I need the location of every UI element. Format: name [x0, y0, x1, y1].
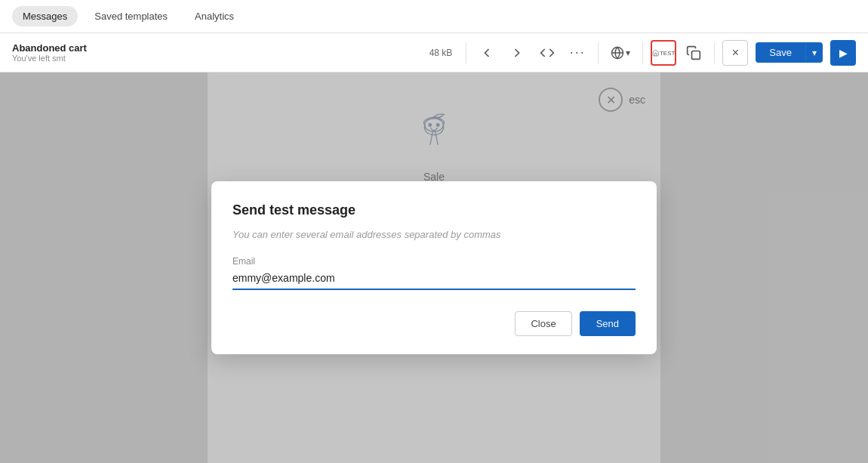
code-button[interactable]	[534, 40, 560, 66]
tab-saved-templates[interactable]: Saved templates	[84, 6, 178, 26]
toolbar-title-area: Abandoned cart You've left smt	[12, 42, 87, 63]
language-chevron: ▾	[626, 48, 630, 58]
file-size: 48 kB	[429, 48, 453, 58]
forward-button[interactable]	[504, 40, 530, 66]
modal-actions: Close Send	[232, 311, 636, 336]
modal-hint: You can enter several email addresses se…	[232, 229, 636, 240]
toolbar-divider-3	[642, 42, 643, 63]
modal-title: Send test message	[232, 202, 636, 218]
discard-button[interactable]: ×	[722, 40, 748, 66]
toolbar-divider-4	[714, 42, 715, 63]
copy-button[interactable]	[681, 40, 706, 66]
campaign-subtitle: You've left smt	[12, 54, 87, 63]
close-icon: ×	[732, 46, 739, 60]
play-button[interactable]: ▶	[830, 40, 856, 66]
chevron-down-icon: ▾	[812, 48, 817, 58]
tab-analytics[interactable]: Analytics	[184, 6, 245, 26]
modal-overlay: Send test message You can enter several …	[0, 73, 868, 463]
back-button[interactable]	[474, 40, 500, 66]
test-button[interactable]: TEST	[651, 40, 676, 66]
modal-close-button[interactable]: Close	[515, 311, 571, 336]
toolbar: Abandoned cart You've left smt 48 kB ···…	[0, 33, 868, 73]
play-icon: ▶	[839, 47, 848, 59]
send-test-modal: Send test message You can enter several …	[211, 181, 657, 354]
tab-messages[interactable]: Messages	[12, 6, 78, 26]
top-nav: Messages Saved templates Analytics	[0, 0, 868, 33]
main-area: ✕ esc Sale hind d we don`t want you to m…	[0, 73, 868, 463]
language-button[interactable]: ▾	[606, 43, 635, 63]
save-button[interactable]: Save	[756, 42, 805, 63]
email-field-label: Email	[232, 256, 255, 267]
svg-rect-2	[692, 51, 700, 59]
toolbar-divider-2	[598, 42, 599, 63]
more-button[interactable]: ···	[565, 40, 590, 66]
modal-send-button[interactable]: Send	[580, 311, 636, 336]
email-input[interactable]	[232, 267, 636, 290]
test-label: TEST	[660, 50, 675, 57]
save-dropdown-button[interactable]: ▾	[805, 42, 823, 63]
campaign-title: Abandoned cart	[12, 42, 87, 54]
toolbar-divider-1	[466, 42, 466, 63]
save-group: Save ▾	[756, 42, 823, 63]
